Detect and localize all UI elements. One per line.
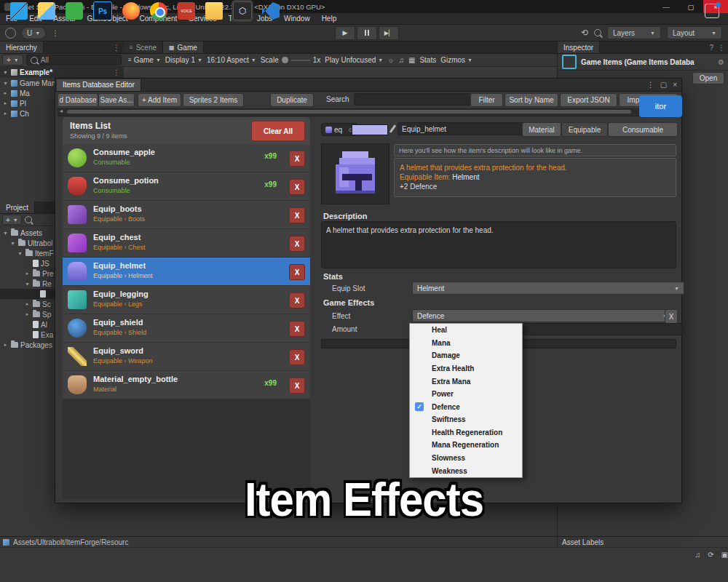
tab-inspector[interactable]: Inspector bbox=[558, 41, 600, 53]
project-search-icon[interactable] bbox=[25, 216, 32, 223]
effect-option-defence[interactable]: ✓Defence bbox=[410, 400, 522, 413]
chrome-icon[interactable] bbox=[150, 2, 167, 20]
pause-button[interactable] bbox=[357, 26, 377, 40]
delete-item-button[interactable]: X bbox=[289, 207, 305, 223]
stats-button[interactable]: Stats bbox=[419, 56, 436, 64]
minimize-button[interactable]: — bbox=[654, 0, 678, 13]
refresh-status-icon[interactable]: ⟳ bbox=[708, 551, 713, 559]
add-gameobject-button[interactable]: +▼ bbox=[2, 55, 23, 65]
status-path[interactable]: Assets/Ultrabolt/ItemForge/Resourc bbox=[13, 538, 128, 546]
item-row-equip-chest[interactable]: Equip_chestEquipable › ChestX bbox=[63, 229, 310, 258]
tab-hierarchy[interactable]: Hierarchy bbox=[0, 41, 44, 53]
collapsed-arrow-icon[interactable]: ▸ bbox=[24, 311, 31, 317]
tab-project[interactable]: Project bbox=[0, 202, 35, 213]
tab-items-database-editor[interactable]: Items Database Editor bbox=[57, 79, 141, 91]
load-database-button[interactable]: d Database bbox=[58, 93, 98, 107]
mute-status-icon[interactable]: ♫ bbox=[695, 551, 701, 559]
tab-game[interactable]: ▦Game bbox=[163, 41, 204, 53]
inspector-help-icon[interactable]: ? bbox=[709, 44, 713, 52]
item-row-equip-sword[interactable]: Equip_swordEquipable › WeaponX bbox=[63, 343, 310, 371]
lock-status-icon[interactable]: ▣ bbox=[721, 551, 728, 559]
project-add-button[interactable]: +▼ bbox=[2, 215, 22, 225]
type-tab-consumable[interactable]: Consumable bbox=[608, 122, 678, 137]
item-row-equip-shield[interactable]: Equip_shieldEquipable › ShieldX bbox=[63, 314, 310, 343]
item-row-equip-helmet[interactable]: Equip_helmetEquipable › HelmentX bbox=[63, 258, 310, 286]
weather-icon[interactable] bbox=[38, 2, 55, 20]
item-row-consume-potion[interactable]: Consume_potionConsumablex99X bbox=[63, 172, 310, 201]
duplicate-button[interactable]: Duplicate bbox=[270, 93, 314, 107]
game-menu-dropdown[interactable]: ≡Game▼ bbox=[128, 56, 161, 64]
scene-expand-arrow[interactable]: ▼ bbox=[2, 70, 9, 75]
collapsed-arrow-icon[interactable]: ▸ bbox=[24, 301, 31, 307]
effect-option-heal[interactable]: Heal bbox=[410, 324, 522, 337]
sort-by-name-button[interactable]: Sort by Name bbox=[505, 93, 558, 107]
description-textarea[interactable]: A helmet that provides extra protection … bbox=[321, 221, 676, 268]
maximize-button[interactable]: ▢ bbox=[678, 0, 703, 13]
play-mode-dropdown[interactable]: Play Unfocused▼ bbox=[325, 56, 383, 64]
delete-item-button[interactable]: X bbox=[289, 321, 305, 337]
scale-slider[interactable]: Scale 1x bbox=[261, 56, 321, 64]
effect-option-weakness[interactable]: Weakness bbox=[410, 464, 522, 477]
gizmos-dropdown[interactable]: Gizmos▼ bbox=[440, 56, 472, 64]
delete-item-button[interactable]: X bbox=[289, 378, 305, 394]
item-row-equip-boots[interactable]: Equip_bootsEquipable › BootsX bbox=[63, 201, 310, 229]
brightness-icon[interactable]: ☼ bbox=[387, 56, 394, 64]
editor-search-input[interactable] bbox=[354, 93, 472, 105]
filter-button[interactable]: Filter bbox=[470, 93, 503, 107]
tab-scene[interactable]: ≡Scene bbox=[124, 41, 163, 53]
effect-option-extra-mana[interactable]: Extra Mana bbox=[410, 375, 522, 388]
collapsed-arrow-icon[interactable]: ▸ bbox=[2, 100, 9, 106]
layout-dropdown[interactable]: Layout▼ bbox=[667, 26, 722, 39]
step-button[interactable]: ▶▏ bbox=[379, 26, 399, 40]
undo-history-icon[interactable]: ⟲ bbox=[581, 28, 588, 38]
play-button[interactable]: ▶ bbox=[335, 26, 355, 40]
clear-all-button[interactable]: Clear All bbox=[251, 121, 305, 141]
voice-icon[interactable]: VOICE bbox=[178, 2, 195, 20]
search-icon[interactable] bbox=[594, 29, 601, 36]
expanded-arrow-icon[interactable]: ▼ bbox=[2, 81, 9, 86]
hierarchy-menu-icon[interactable]: ⋮ bbox=[113, 44, 120, 52]
inspector-menu-icon[interactable]: ⋮ bbox=[718, 44, 725, 52]
expanded-arrow-icon[interactable]: ▼ bbox=[24, 282, 31, 287]
item-name-input[interactable] bbox=[397, 122, 526, 135]
start-icon[interactable] bbox=[10, 2, 28, 20]
layers-dropdown[interactable]: Layers▼ bbox=[607, 26, 661, 39]
notifications-icon[interactable] bbox=[705, 4, 719, 18]
effect-option-health-regeneration[interactable]: Health Regeneration bbox=[410, 426, 522, 439]
store-icon[interactable] bbox=[66, 2, 83, 20]
account-button[interactable]: U▼ bbox=[21, 27, 46, 39]
editor-menu-icon[interactable]: ⋮ bbox=[647, 81, 654, 89]
grid-icon[interactable]: ▦ bbox=[408, 56, 415, 64]
scene-name[interactable]: Example* bbox=[20, 68, 52, 76]
inspector-gear-icon[interactable]: ⚙ bbox=[718, 58, 724, 66]
aspect-dropdown[interactable]: 16:10 Aspect▼ bbox=[207, 56, 256, 64]
color-field[interactable] bbox=[352, 124, 388, 135]
item-row-consume-apple[interactable]: Consume_appleConsumablex99X bbox=[63, 144, 310, 172]
unity-icon[interactable]: ⬡ bbox=[233, 1, 252, 20]
effect-option-extra-health[interactable]: Extra Health bbox=[410, 362, 522, 375]
remove-effect-button[interactable]: X bbox=[665, 309, 678, 324]
item-row-material-empty-bottle[interactable]: Material_empty_bottleMaterialx99X bbox=[63, 371, 310, 399]
open-button[interactable]: Open bbox=[692, 72, 724, 84]
effect-option-slowness[interactable]: Slowness bbox=[410, 452, 522, 465]
firefox-icon[interactable] bbox=[122, 2, 140, 20]
delete-item-button[interactable]: X bbox=[289, 151, 305, 167]
menu-window[interactable]: Window bbox=[278, 13, 316, 24]
delete-item-button[interactable]: X bbox=[289, 179, 305, 195]
delete-item-button[interactable]: X bbox=[289, 349, 305, 365]
effect-option-mana-regeneration[interactable]: Mana Regeneration bbox=[410, 439, 522, 452]
add-item-button[interactable]: + Add Item bbox=[138, 93, 181, 107]
more-options-icon[interactable]: ⋮ bbox=[52, 29, 59, 37]
collapsed-arrow-icon[interactable]: ▸ bbox=[24, 271, 31, 276]
expanded-arrow-icon[interactable]: ▼ bbox=[2, 231, 9, 236]
horizontal-scrollbar[interactable]: ◂ bbox=[58, 108, 678, 116]
editor-maximize-icon[interactable]: ▢ bbox=[660, 81, 667, 89]
save-as-button[interactable]: Save As... bbox=[98, 93, 135, 107]
menu-help[interactable]: Help bbox=[316, 13, 343, 24]
effect-option-damage[interactable]: Damage bbox=[410, 349, 522, 362]
equip-slot-dropdown[interactable]: Helment▼ bbox=[412, 282, 684, 295]
photoshop-icon[interactable]: Ps bbox=[93, 1, 112, 20]
delete-item-button[interactable]: X bbox=[289, 264, 305, 280]
export-json-button[interactable]: Export JSON bbox=[560, 93, 617, 107]
effect-dropdown[interactable]: Defence▼ bbox=[412, 309, 673, 322]
